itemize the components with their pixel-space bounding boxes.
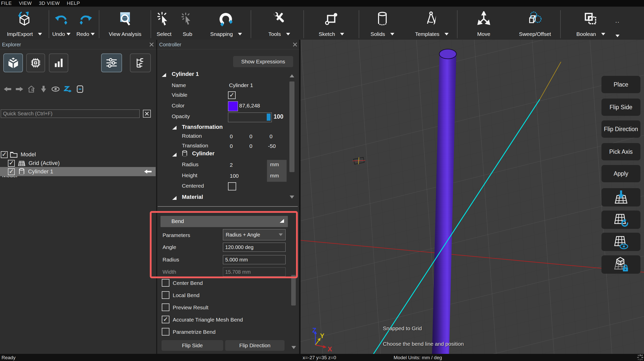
apply-button[interactable]: Apply <box>601 165 640 182</box>
toolbar-boolean[interactable]: Boolean <box>570 7 611 39</box>
quick-search-input[interactable] <box>1 109 140 118</box>
flip-side-button[interactable]: Flip Side <box>162 340 223 351</box>
menu-view[interactable]: VIEW <box>19 1 32 6</box>
scrollbar-thumb[interactable] <box>291 275 296 306</box>
accurate-mesh-checkbox[interactable] <box>162 316 169 323</box>
search-clear-button[interactable] <box>143 110 151 118</box>
tree-row-grid[interactable]: Grid (Active) <box>0 159 156 168</box>
local-bend-checkbox[interactable] <box>162 291 169 299</box>
lock-to-grid-button[interactable] <box>601 255 640 274</box>
nav-visibility-icon[interactable] <box>51 85 60 93</box>
tab-analysis[interactable] <box>49 53 68 72</box>
toolbar-move[interactable]: Move <box>469 7 499 39</box>
color-swatch[interactable] <box>228 101 238 111</box>
expand-triangle-icon[interactable] <box>172 196 177 200</box>
toolbar-view-analysis[interactable]: View Analysis <box>101 7 149 39</box>
rotation-x[interactable]: 0 <box>230 133 233 140</box>
show-expressions-button[interactable]: Show Expressions <box>233 56 293 67</box>
redo-menu-caret[interactable] <box>91 33 95 35</box>
menu-3d-view[interactable]: 3D VIEW <box>39 1 60 6</box>
rotation-y[interactable]: 0 <box>249 133 252 140</box>
bend-radius-input[interactable] <box>223 255 286 264</box>
tab-hierarchy[interactable] <box>130 53 151 72</box>
menu-help[interactable]: HELP <box>67 1 80 6</box>
imp-export-menu-caret[interactable] <box>38 33 42 35</box>
toolbar-divider <box>303 10 304 38</box>
toolbar-undo[interactable]: Undo <box>50 7 73 39</box>
templates-menu-caret[interactable] <box>445 33 449 35</box>
toolbar-templates[interactable]: Templates <box>407 7 457 39</box>
toolbar-sub-select[interactable]: Sub <box>176 7 199 39</box>
collapse-all-icon[interactable] <box>76 85 84 93</box>
visible-checkbox[interactable] <box>228 91 236 99</box>
opacity-slider-handle[interactable] <box>267 114 271 121</box>
pick-axis-button[interactable]: Pick Axis <box>601 143 640 160</box>
tab-model-view[interactable] <box>3 53 23 72</box>
rotation-z[interactable]: 0 <box>270 133 273 140</box>
toolbar-overflow[interactable]: .. <box>611 7 624 39</box>
tab-electronics[interactable] <box>26 53 45 72</box>
toolbar-tools[interactable]: Tools <box>256 7 302 39</box>
tab-properties-filter[interactable] <box>101 53 122 72</box>
nav-forward-icon[interactable] <box>15 85 23 93</box>
expand-triangle-icon[interactable] <box>162 73 166 77</box>
unit-box[interactable]: mm mm <box>267 160 287 182</box>
parametrize-bend-checkbox[interactable] <box>162 328 169 336</box>
reset-grid-button[interactable] <box>601 211 640 229</box>
translation-x[interactable]: 0 <box>230 143 233 149</box>
translation-z[interactable]: -50 <box>268 143 276 149</box>
sketch-menu-caret[interactable] <box>340 33 344 35</box>
angle-input[interactable] <box>223 243 286 252</box>
solids-menu-caret[interactable] <box>390 33 394 35</box>
z-order-icon[interactable] <box>64 85 72 93</box>
cylinder-visibility-checkbox[interactable] <box>8 168 15 175</box>
snap-to-grid-button[interactable] <box>601 188 640 206</box>
scrollbar-thumb[interactable] <box>289 81 294 172</box>
undo-menu-caret[interactable] <box>66 33 71 35</box>
place-button[interactable]: Place <box>601 76 640 93</box>
height-value[interactable]: 100 <box>230 173 239 179</box>
viewport-3d[interactable]: Z Y X Snapped to Grid Choose the bend li… <box>299 40 644 354</box>
toolbar-solids[interactable]: Solids <box>360 7 405 39</box>
translation-y[interactable]: 0 <box>249 143 252 149</box>
nav-back-icon[interactable] <box>4 85 12 93</box>
tree-row-model[interactable]: Model <box>0 150 156 159</box>
tree-row-cylinder-selected[interactable]: Cylinder 1 <box>0 167 156 176</box>
nav-home-icon[interactable] <box>27 85 35 93</box>
scroll-up-icon[interactable] <box>290 74 294 77</box>
opacity-slider[interactable] <box>228 113 272 122</box>
name-value[interactable]: Cylinder 1 <box>229 82 253 88</box>
tools-menu-caret[interactable] <box>286 33 290 35</box>
grid-visibility-button[interactable] <box>601 233 640 251</box>
grid-visibility-checkbox[interactable] <box>8 160 15 167</box>
snapping-menu-caret[interactable] <box>238 33 242 35</box>
scroll-down-icon[interactable] <box>290 196 294 199</box>
collapse-triangle-icon[interactable] <box>280 219 284 223</box>
toolbar-select[interactable]: Select <box>152 7 176 39</box>
toolbar-redo[interactable]: Redo <box>74 7 97 39</box>
scroll-down-icon[interactable] <box>291 346 296 349</box>
toolbar-snapping[interactable]: Snapping <box>203 7 250 39</box>
overflow-menu-caret[interactable] <box>615 35 620 37</box>
radius-value[interactable]: 2 <box>230 162 233 168</box>
toolbar-sweep-offset[interactable]: Sweep/Offset <box>513 7 557 39</box>
boolean-menu-caret[interactable] <box>601 33 605 35</box>
center-bend-checkbox[interactable] <box>162 279 169 287</box>
flip-direction-viewport-button[interactable]: Flip Direction <box>601 120 640 138</box>
centered-checkbox[interactable] <box>228 182 236 190</box>
status-model-units: Model Units: mm / deg <box>394 355 442 360</box>
parameters-dropdown[interactable]: Radius + Angle <box>223 229 286 240</box>
nav-drill-down-icon[interactable] <box>39 85 48 93</box>
expand-triangle-icon[interactable] <box>172 126 177 130</box>
toolbar-imp-export[interactable]: Imp/Export <box>1 7 48 39</box>
menu-file[interactable]: FILE <box>1 1 12 6</box>
flip-direction-button[interactable]: Flip Direction <box>225 340 285 351</box>
flip-side-viewport-button[interactable]: Flip Side <box>601 99 640 116</box>
model-visibility-checkbox[interactable] <box>1 151 8 158</box>
controller-close-icon[interactable] <box>293 42 297 47</box>
expand-triangle-icon[interactable] <box>172 153 177 157</box>
preview-result-checkbox[interactable] <box>162 303 169 311</box>
bend-tool-header[interactable]: Bend <box>160 216 288 227</box>
explorer-close-icon[interactable] <box>149 42 154 47</box>
toolbar-sketch[interactable]: Sketch <box>308 7 355 39</box>
